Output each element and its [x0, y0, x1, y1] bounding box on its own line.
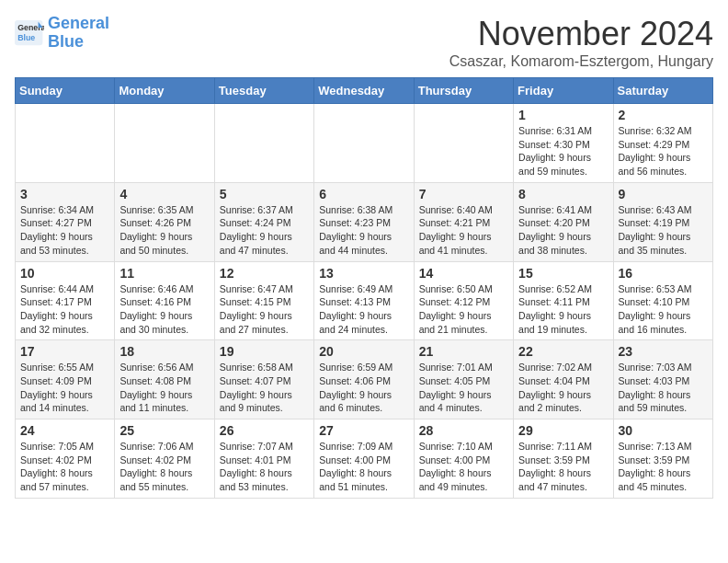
day-number: 19 — [220, 344, 309, 359]
day-number: 23 — [619, 344, 708, 359]
day-number: 29 — [518, 423, 608, 438]
day-number: 1 — [518, 108, 608, 122]
calendar-cell: 18Sunrise: 6:56 AM Sunset: 4:08 PM Dayli… — [115, 340, 214, 419]
day-info: Sunrise: 6:49 AM Sunset: 4:13 PM Dayligh… — [319, 282, 408, 337]
day-info: Sunrise: 6:44 AM Sunset: 4:17 PM Dayligh… — [20, 282, 109, 337]
calendar-cell: 1Sunrise: 6:31 AM Sunset: 4:30 PM Daylig… — [514, 104, 613, 183]
calendar-table: SundayMondayTuesdayWednesdayThursdayFrid… — [15, 77, 713, 499]
day-number: 10 — [20, 266, 109, 281]
calendar-cell: 23Sunrise: 7:03 AM Sunset: 4:03 PM Dayli… — [613, 340, 712, 419]
calendar-cell: 28Sunrise: 7:10 AM Sunset: 4:00 PM Dayli… — [414, 419, 513, 499]
calendar-cell: 29Sunrise: 7:11 AM Sunset: 3:59 PM Dayli… — [514, 419, 613, 499]
day-number: 21 — [419, 344, 508, 359]
calendar-cell: 6Sunrise: 6:38 AM Sunset: 4:23 PM Daylig… — [314, 182, 414, 261]
day-number: 5 — [220, 187, 309, 201]
calendar-cell — [16, 104, 115, 183]
calendar-cell: 2Sunrise: 6:32 AM Sunset: 4:29 PM Daylig… — [613, 104, 712, 183]
title-section: November 2024 Csaszar, Komarom-Esztergom… — [449, 15, 713, 70]
day-number: 14 — [419, 266, 508, 281]
day-info: Sunrise: 6:46 AM Sunset: 4:16 PM Dayligh… — [119, 282, 209, 337]
calendar-cell: 7Sunrise: 6:40 AM Sunset: 4:21 PM Daylig… — [414, 182, 513, 261]
calendar-week-row: 24Sunrise: 7:05 AM Sunset: 4:02 PM Dayli… — [16, 419, 713, 499]
calendar-week-row: 1Sunrise: 6:31 AM Sunset: 4:30 PM Daylig… — [16, 104, 713, 183]
day-number: 26 — [220, 423, 309, 438]
day-number: 22 — [518, 344, 608, 359]
day-number: 3 — [20, 187, 109, 201]
day-info: Sunrise: 6:55 AM Sunset: 4:09 PM Dayligh… — [20, 361, 109, 415]
day-info: Sunrise: 7:10 AM Sunset: 4:00 PM Dayligh… — [419, 440, 508, 494]
column-header-thursday: Thursday — [414, 78, 513, 104]
calendar-cell: 24Sunrise: 7:05 AM Sunset: 4:02 PM Dayli… — [16, 419, 115, 499]
day-number: 8 — [518, 187, 608, 201]
calendar-cell — [414, 104, 513, 183]
day-number: 27 — [319, 423, 408, 438]
day-info: Sunrise: 7:01 AM Sunset: 4:05 PM Dayligh… — [419, 361, 508, 415]
day-number: 4 — [119, 187, 209, 201]
calendar-cell: 25Sunrise: 7:06 AM Sunset: 4:02 PM Dayli… — [115, 419, 214, 499]
calendar-cell: 30Sunrise: 7:13 AM Sunset: 3:59 PM Dayli… — [613, 419, 712, 499]
day-info: Sunrise: 6:34 AM Sunset: 4:27 PM Dayligh… — [20, 203, 109, 258]
calendar-cell — [115, 104, 214, 183]
column-header-wednesday: Wednesday — [314, 78, 414, 104]
column-header-tuesday: Tuesday — [214, 78, 313, 104]
calendar-cell: 12Sunrise: 6:47 AM Sunset: 4:15 PM Dayli… — [214, 261, 313, 340]
day-info: Sunrise: 7:13 AM Sunset: 3:59 PM Dayligh… — [619, 440, 708, 494]
day-number: 7 — [419, 187, 508, 201]
calendar-cell: 16Sunrise: 6:53 AM Sunset: 4:10 PM Dayli… — [613, 261, 712, 340]
day-number: 13 — [319, 266, 408, 281]
logo-line1: General — [48, 14, 109, 32]
calendar-cell: 15Sunrise: 6:52 AM Sunset: 4:11 PM Dayli… — [514, 261, 613, 340]
day-info: Sunrise: 6:38 AM Sunset: 4:23 PM Dayligh… — [319, 203, 408, 258]
calendar-cell: 17Sunrise: 6:55 AM Sunset: 4:09 PM Dayli… — [16, 340, 115, 419]
day-info: Sunrise: 6:53 AM Sunset: 4:10 PM Dayligh… — [619, 282, 708, 337]
day-info: Sunrise: 6:41 AM Sunset: 4:20 PM Dayligh… — [518, 203, 608, 258]
location-title: Csaszar, Komarom-Esztergom, Hungary — [449, 53, 713, 70]
column-header-friday: Friday — [514, 78, 613, 104]
day-info: Sunrise: 6:58 AM Sunset: 4:07 PM Dayligh… — [220, 361, 309, 415]
day-number: 20 — [319, 344, 408, 359]
calendar-week-row: 10Sunrise: 6:44 AM Sunset: 4:17 PM Dayli… — [16, 261, 713, 340]
day-info: Sunrise: 6:37 AM Sunset: 4:24 PM Dayligh… — [220, 203, 309, 258]
day-number: 18 — [119, 344, 209, 359]
calendar-header-row: SundayMondayTuesdayWednesdayThursdayFrid… — [16, 78, 713, 104]
logo-line2: Blue — [48, 32, 84, 51]
page-header: General Blue General Blue November 2024 … — [15, 15, 713, 70]
column-header-sunday: Sunday — [16, 78, 115, 104]
day-info: Sunrise: 6:32 AM Sunset: 4:29 PM Dayligh… — [619, 124, 708, 178]
calendar-cell: 20Sunrise: 6:59 AM Sunset: 4:06 PM Dayli… — [314, 340, 414, 419]
day-number: 17 — [20, 344, 109, 359]
day-number: 12 — [220, 266, 309, 281]
day-info: Sunrise: 6:56 AM Sunset: 4:08 PM Dayligh… — [119, 361, 209, 415]
calendar-cell: 11Sunrise: 6:46 AM Sunset: 4:16 PM Dayli… — [115, 261, 214, 340]
calendar-cell — [314, 104, 414, 183]
day-info: Sunrise: 6:50 AM Sunset: 4:12 PM Dayligh… — [419, 282, 508, 337]
day-number: 16 — [619, 266, 708, 281]
calendar-cell: 9Sunrise: 6:43 AM Sunset: 4:19 PM Daylig… — [613, 182, 712, 261]
day-number: 25 — [119, 423, 209, 438]
logo-text: General Blue — [48, 15, 109, 52]
calendar-cell: 13Sunrise: 6:49 AM Sunset: 4:13 PM Dayli… — [314, 261, 414, 340]
day-info: Sunrise: 6:43 AM Sunset: 4:19 PM Dayligh… — [619, 203, 708, 258]
day-number: 11 — [119, 266, 209, 281]
svg-text:Blue: Blue — [17, 32, 35, 41]
logo: General Blue General Blue — [15, 15, 109, 52]
calendar-cell: 27Sunrise: 7:09 AM Sunset: 4:00 PM Dayli… — [314, 419, 414, 499]
day-info: Sunrise: 6:52 AM Sunset: 4:11 PM Dayligh… — [518, 282, 608, 337]
day-number: 15 — [518, 266, 608, 281]
calendar-cell — [214, 104, 313, 183]
day-number: 6 — [319, 187, 408, 201]
month-title: November 2024 — [449, 15, 713, 53]
calendar-cell: 19Sunrise: 6:58 AM Sunset: 4:07 PM Dayli… — [214, 340, 313, 419]
calendar-cell: 10Sunrise: 6:44 AM Sunset: 4:17 PM Dayli… — [16, 261, 115, 340]
calendar-cell: 26Sunrise: 7:07 AM Sunset: 4:01 PM Dayli… — [214, 419, 313, 499]
calendar-week-row: 17Sunrise: 6:55 AM Sunset: 4:09 PM Dayli… — [16, 340, 713, 419]
calendar-cell: 5Sunrise: 6:37 AM Sunset: 4:24 PM Daylig… — [214, 182, 313, 261]
calendar-cell: 4Sunrise: 6:35 AM Sunset: 4:26 PM Daylig… — [115, 182, 214, 261]
calendar-cell: 22Sunrise: 7:02 AM Sunset: 4:04 PM Dayli… — [514, 340, 613, 419]
day-number: 30 — [619, 423, 708, 438]
day-info: Sunrise: 6:40 AM Sunset: 4:21 PM Dayligh… — [419, 203, 508, 258]
day-info: Sunrise: 6:31 AM Sunset: 4:30 PM Dayligh… — [518, 124, 608, 178]
day-info: Sunrise: 7:06 AM Sunset: 4:02 PM Dayligh… — [119, 440, 209, 494]
day-info: Sunrise: 7:11 AM Sunset: 3:59 PM Dayligh… — [518, 440, 608, 494]
day-info: Sunrise: 7:02 AM Sunset: 4:04 PM Dayligh… — [518, 361, 608, 415]
